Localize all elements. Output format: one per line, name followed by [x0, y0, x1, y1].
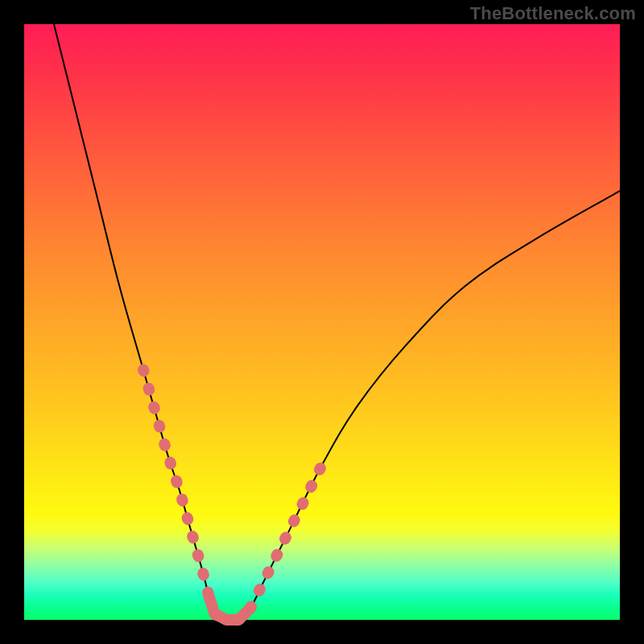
bottleneck-curve — [54, 24, 620, 621]
watermark-text: TheBottleneck.com — [470, 3, 636, 24]
highlight-dots-left — [143, 369, 208, 596]
highlight-dots-right — [250, 465, 322, 609]
highlight-floor — [208, 596, 250, 620]
chart-frame: TheBottleneck.com — [0, 0, 644, 644]
plot-area — [24, 24, 620, 620]
curve-layer — [24, 24, 620, 620]
